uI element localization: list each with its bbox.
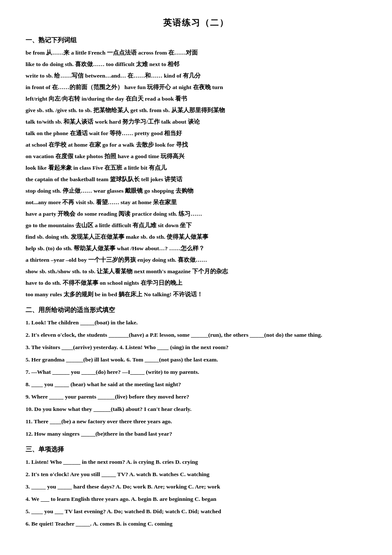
mc-question: 1. Listen! Who ______ in the next room? … (26, 456, 366, 468)
fill-question: 2. It's eleven o'clock, the students ___… (26, 329, 366, 341)
mc-question: 4. We ___ to learn English three years a… (26, 493, 366, 505)
vocab-line: help sb. (to) do sth. 帮助某人做某事 what /How … (26, 243, 366, 254)
fill-question: 12. How many singers _____(be)there in t… (26, 428, 366, 439)
vocab-line: find sb. doing sth. 发现某人正在做某事 make sb. d… (26, 231, 366, 243)
vocab-line: the captain of the basketball team 篮球队队长… (26, 173, 366, 185)
vocab-line: left/right 向左/向右转 in/during the day 在白天 … (26, 93, 366, 104)
multiple-choice-section: 1. Listen! Who ______ in the next room? … (26, 456, 366, 529)
section1-header: 一、熟记下列词组 (26, 36, 366, 44)
fill-question: 1. Look! The children _____(boat) in the… (26, 317, 366, 328)
mc-question: 2. It's ten o'clock! Are you still _____… (26, 468, 366, 480)
vocab-line: show sb. sth./show sth. to sb. 让某人看某物 ne… (26, 266, 366, 277)
vocab-line: like to do doing sth. 喜欢做…… too difficul… (26, 58, 366, 70)
section2-header: 二、用所给动词的适当形式填空 (26, 306, 366, 314)
fill-in-section: 1. Look! The children _____(boat) in the… (26, 317, 366, 439)
vocab-line: go to the mountains 去山区 a little difficu… (26, 220, 366, 231)
vocab-line: have to do sth. 不得不做某事 on school nights … (26, 277, 366, 289)
vocab-line: write to sb. 给……写信 between…and… 在……和…… k… (26, 70, 366, 81)
mc-question: 3. _____ you _____ hard these days? A. D… (26, 481, 366, 492)
fill-question: 11. There ____(be) a new factory over th… (26, 416, 366, 427)
mc-question: 6. Be quiet! Teacher _____. A. comes B. … (26, 518, 366, 529)
vocab-line: look like 看起来象 in class Five 在五班 a littl… (26, 162, 366, 173)
fill-question: 8. ____ you _____ (hear) what he said at… (26, 379, 366, 390)
fill-question: 5. Her grandma ______(be) ill last wook.… (26, 354, 366, 365)
vocab-line: too many rules 太多的规则 be in bed 躺在床上 No t… (26, 289, 366, 300)
fill-question: 10. Do you know what they ______(talk) a… (26, 403, 366, 415)
vocab-line: at school 在学校 at home 在家 go for a walk 去… (26, 139, 366, 150)
vocab-line: not...any more 不再 visit sb. 看望…… stay at… (26, 197, 366, 208)
vocab-line: in front of 在……的前面（范围之外） have fun 玩得开心 a… (26, 81, 366, 93)
fill-question: 7. —What ______ you _____(do) here? —I__… (26, 366, 366, 378)
vocab-line: a thirteen –year –old boy 一个十三岁的男孩 enjoy… (26, 254, 366, 266)
vocab-line: talk to/with sb. 和某人谈话 work hard 努力学习/工作… (26, 116, 366, 127)
vocab-section: be from 从……来 a little French 一点点法语 acros… (26, 47, 366, 300)
fill-question: 3. The visitors ____(arrive) yesterday. … (26, 341, 366, 353)
page-title: 英语练习（二） (26, 17, 366, 29)
vocab-line: on vacation 在度假 take photos 拍照 have a go… (26, 150, 366, 162)
vocab-line: have a party 开晚会 do some reading 阅读 prac… (26, 208, 366, 220)
vocab-line: talk on the phone 在通话 wait for 等待…… pret… (26, 127, 366, 139)
vocab-line: be from 从……来 a little French 一点点法语 acros… (26, 47, 366, 58)
mc-question: 5. ____ you ___ TV last evening? A. Do; … (26, 506, 366, 517)
vocab-line: stop doing sth. 停止做…… wear glasses 戴眼镜 g… (26, 185, 366, 197)
section3-header: 三、单项选择 (26, 445, 366, 454)
vocab-line: give sb. sth. /give sth. to sb. 把某物给某人 g… (26, 104, 366, 116)
fill-question: 9. Where _____ your parents ______(live)… (26, 391, 366, 402)
